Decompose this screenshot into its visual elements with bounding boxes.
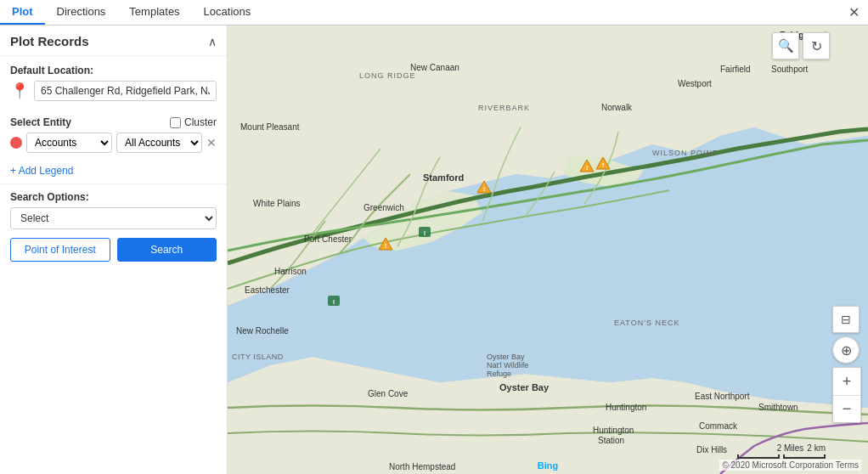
scale-km-label: 2 km [807,443,826,453]
entity-controls-row: Accounts All Accounts ✕ [10,133,217,153]
svg-text:Southport: Southport [771,65,809,74]
svg-text:North Hempstead: North Hempstead [389,462,455,471]
select-entity-label: Select Entity [10,116,71,128]
svg-text:Commack: Commack [699,421,738,431]
entity-clear-button[interactable]: ✕ [206,136,217,150]
entity-filter-select[interactable]: All Accounts [116,133,202,153]
add-legend-button[interactable]: + Add Legend [10,165,227,177]
close-button[interactable]: ✕ [840,0,868,25]
scale-bar-km [783,454,826,459]
svg-text:East Northport: East Northport [695,392,750,401]
layers-icon: ⊟ [841,313,851,326]
svg-text:I: I [424,230,426,236]
svg-text:Smithtown: Smithtown [758,403,798,412]
svg-text:!: ! [602,161,605,169]
svg-text:New Rochelle: New Rochelle [236,326,289,336]
svg-text:Huntington: Huntington [606,403,646,412]
svg-text:Stamford: Stamford [423,172,464,183]
map-attribution: © 2020 Microsoft Corporation Terms [719,460,861,471]
svg-text:RIVERBARK: RIVERBARK [478,104,530,112]
poi-button[interactable]: Point of Interest [10,238,110,262]
tab-locations[interactable]: Locations [192,0,263,25]
map-canvas: I I ! ! ! ! Stamford Westport Norwalk Fa… [228,25,868,474]
svg-text:CITY ISLAND: CITY ISLAND [232,353,284,361]
svg-text:Port Chester: Port Chester [304,234,352,244]
svg-text:Nat'l Wildlife: Nat'l Wildlife [487,361,528,370]
map-controls-top: 🔍 ↻ [772,32,830,59]
entity-color-dot [10,137,22,149]
search-options-label: Search Options: [0,191,227,203]
select-entity-section: Select Entity Cluster Accounts All Accou… [0,106,227,158]
svg-text:!: ! [586,164,589,172]
scale-miles-label: 2 Miles [777,443,804,453]
svg-text:White Plains: White Plains [253,199,301,208]
svg-text:New Canaan: New Canaan [410,63,459,72]
svg-text:Greenwich: Greenwich [364,203,404,212]
zoom-in-button[interactable]: + [833,368,860,395]
search-options-select[interactable]: Select [10,207,217,229]
map-locate-button[interactable]: ⊕ [832,336,860,364]
svg-text:Refuge: Refuge [487,370,511,378]
search-icon: 🔍 [778,38,794,54]
svg-text:Station: Station [598,436,624,445]
map-area[interactable]: I I ! ! ! ! Stamford Westport Norwalk Fa… [228,25,868,474]
svg-text:Fairfield: Fairfield [720,65,751,74]
map-right-controls: ⊟ ⊕ + − [832,306,861,423]
default-location-section: Default Location: 📍 [0,56,227,106]
sidebar-header: Plot Records ∧ [0,25,227,56]
svg-text:EATON'S NECK: EATON'S NECK [614,319,679,327]
svg-text:LONG RIDGE: LONG RIDGE [359,71,416,80]
svg-text:Harrison: Harrison [274,267,307,276]
sidebar-title: Plot Records [10,34,89,48]
svg-text:Oyster Bay: Oyster Bay [487,353,525,361]
svg-text:Glen Cove: Glen Cove [368,389,409,398]
scale-bar-miles [737,454,780,459]
tab-directions[interactable]: Directions [45,0,118,25]
main-layout: Plot Records ∧ Default Location: 📍 Selec… [0,25,868,474]
svg-text:Westport: Westport [678,79,712,88]
tab-templates[interactable]: Templates [117,0,191,25]
map-zoom-controls: + − [832,367,861,423]
svg-text:WILSON POINT: WILSON POINT [652,149,719,157]
svg-text:Eastchester: Eastchester [245,285,290,295]
entity-type-select[interactable]: Accounts [26,133,112,153]
locate-icon: ⊕ [841,342,852,358]
svg-text:Mount Pleasant: Mount Pleasant [240,122,300,132]
cluster-label: Cluster [184,116,217,128]
divider [0,183,227,184]
cluster-checkbox-row: Cluster [170,116,217,128]
top-nav: Plot Directions Templates Locations ✕ [0,0,868,25]
map-layers-button[interactable]: ⊟ [832,306,860,333]
map-search-button[interactable]: 🔍 [772,32,799,59]
svg-text:Huntington: Huntington [593,426,634,435]
map-refresh-button[interactable]: ↻ [803,32,830,59]
tab-plot[interactable]: Plot [0,0,45,25]
default-location-input[interactable] [34,81,217,101]
location-pin-icon: 📍 [10,82,29,100]
sidebar: Plot Records ∧ Default Location: 📍 Selec… [0,25,228,474]
svg-text:I: I [333,299,335,305]
svg-text:Oyster Bay: Oyster Bay [499,382,550,392]
map-scale: 2 Miles 2 km [737,443,826,459]
svg-text:Norwalk: Norwalk [601,103,633,112]
default-location-label: Default Location: [10,65,217,76]
svg-text:!: ! [385,242,387,250]
refresh-icon: ↻ [811,38,822,54]
select-entity-row: Select Entity Cluster [10,116,217,128]
action-buttons-row: Point of Interest Search [10,238,217,262]
collapse-button[interactable]: ∧ [208,35,217,48]
zoom-out-button[interactable]: − [833,395,860,422]
search-button[interactable]: Search [117,238,217,262]
svg-text:Dix Hills: Dix Hills [696,445,727,454]
bing-logo: Bing [538,460,558,471]
default-location-row: 📍 [10,81,217,101]
svg-text:!: ! [483,185,486,193]
cluster-checkbox[interactable] [170,117,181,128]
